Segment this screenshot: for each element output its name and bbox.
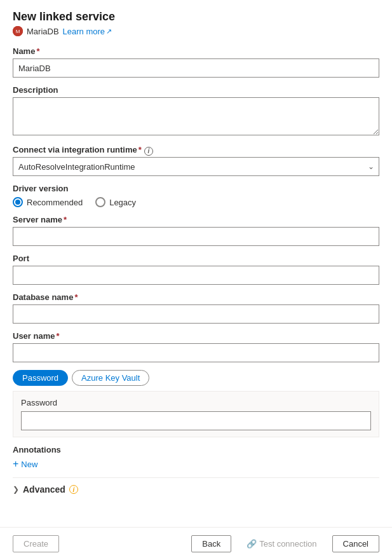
annotations-label: Annotations [13, 445, 379, 454]
name-input[interactable] [13, 58, 379, 78]
footer: Create Back 🔗 Test connection Cancel [0, 527, 392, 560]
test-connection-icon: 🔗 [247, 539, 257, 549]
database-name-group: Database name* [13, 292, 379, 324]
radio-legacy[interactable]: Legacy [95, 197, 136, 207]
cancel-button[interactable]: Cancel [332, 535, 379, 552]
database-name-input[interactable] [13, 304, 379, 324]
radio-recommended-label: Recommended [27, 198, 83, 207]
radio-recommended[interactable]: Recommended [13, 197, 83, 207]
advanced-toggle-button[interactable]: ❯ Advanced i [13, 484, 78, 495]
name-required-star: * [36, 46, 39, 56]
annotations-section: Annotations + New [13, 445, 379, 470]
new-annotation-label: New [21, 460, 37, 469]
radio-legacy-input[interactable] [95, 197, 105, 207]
user-name-group: User name* [13, 331, 379, 362]
test-connection-button[interactable]: 🔗 Test connection [236, 536, 327, 552]
integration-runtime-label: Connect via integration runtime* [13, 145, 142, 154]
user-name-label: User name* [13, 331, 379, 341]
integration-runtime-group: Connect via integration runtime* i AutoR… [13, 145, 379, 176]
password-section-label: Password [21, 398, 371, 407]
user-name-required-star: * [56, 331, 59, 341]
password-tab-button[interactable]: Password [13, 370, 68, 386]
azure-key-vault-tab-button[interactable]: Azure Key Vault [72, 370, 149, 386]
server-name-group: Server name* [13, 215, 379, 246]
plus-icon: + [13, 458, 18, 470]
footer-right: Back 🔗 Test connection Cancel [191, 535, 379, 552]
advanced-label: Advanced [23, 484, 65, 495]
external-link-icon: ↗ [106, 27, 112, 36]
advanced-section: ❯ Advanced i [13, 484, 379, 495]
page-title: New linked service [13, 10, 379, 24]
learn-more-text: Learn more [63, 27, 105, 36]
password-section-box: Password [13, 391, 379, 437]
test-connection-label: Test connection [259, 539, 316, 549]
mariadb-icon: M [13, 26, 23, 36]
server-name-input[interactable] [13, 227, 379, 246]
service-type-label: MariaDB [27, 27, 59, 36]
chevron-right-icon: ❯ [13, 485, 19, 494]
radio-legacy-label: Legacy [109, 198, 136, 207]
server-name-label: Server name* [13, 215, 379, 224]
driver-version-radio-group: Recommended Legacy [13, 197, 379, 207]
description-textarea[interactable] [13, 97, 379, 135]
advanced-info-icon[interactable]: i [69, 485, 78, 494]
description-field-group: Description [13, 85, 379, 137]
password-tabs: Password Azure Key Vault [13, 370, 379, 386]
port-group: Port [13, 254, 379, 285]
radio-recommended-input[interactable] [13, 197, 23, 207]
description-label: Description [13, 85, 379, 95]
user-name-input[interactable] [13, 343, 379, 362]
back-button[interactable]: Back [191, 535, 231, 552]
integration-runtime-select[interactable]: AutoResolveIntegrationRuntime [13, 157, 379, 176]
server-name-required-star: * [64, 215, 67, 224]
integration-runtime-info-icon[interactable]: i [144, 147, 153, 156]
port-input[interactable] [13, 266, 379, 285]
create-button[interactable]: Create [13, 535, 59, 552]
learn-more-link[interactable]: Learn more ↗ [63, 27, 112, 36]
new-annotation-button[interactable]: + New [13, 458, 37, 470]
driver-version-label: Driver version [13, 184, 379, 193]
svg-text:M: M [16, 29, 20, 34]
section-divider [13, 477, 379, 478]
port-label: Port [13, 254, 379, 263]
database-name-required-star: * [74, 292, 78, 302]
name-label: Name* [13, 46, 379, 56]
footer-left: Create [13, 535, 59, 552]
integration-runtime-required-star: * [139, 145, 142, 154]
name-field-group: Name* [13, 46, 379, 78]
driver-version-section: Driver version Recommended Legacy [13, 184, 379, 207]
database-name-label: Database name* [13, 292, 379, 302]
integration-runtime-select-wrapper: AutoResolveIntegrationRuntime ⌄ [13, 157, 379, 176]
password-input[interactable] [21, 411, 371, 430]
